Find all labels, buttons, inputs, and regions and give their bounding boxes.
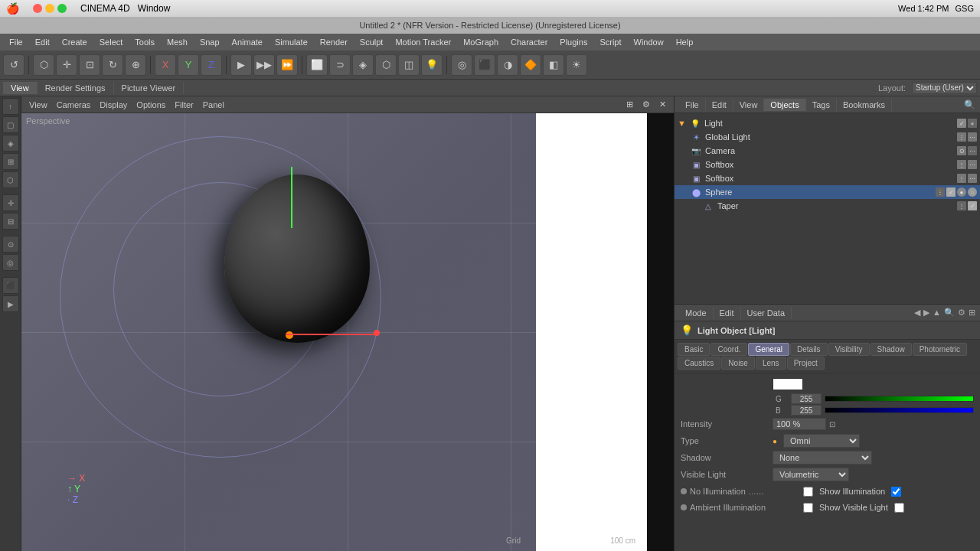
obj-tab-file[interactable]: File [679,99,706,111]
intensity-arrows[interactable]: ⊡ [829,420,835,429]
menu-render[interactable]: Render [314,36,354,48]
obj-row-global-light[interactable]: ☀ Global Light ⋮ ⋯ [675,130,980,144]
env-tool[interactable]: ☀ [566,54,587,76]
tool-brush[interactable]: ⬡ [2,171,19,188]
menu-plugins[interactable]: Plugins [554,36,593,48]
obj-tab-tags[interactable]: Tags [806,99,837,111]
obj-tab-view[interactable]: View [733,99,765,111]
g-input[interactable] [791,393,822,404]
nurbs-tool[interactable]: ⊃ [329,54,351,76]
ptab-project[interactable]: Project [787,357,825,370]
menu-mograph[interactable]: MoGraph [457,36,505,48]
props-up[interactable]: ▲ [933,308,941,318]
fg-tool[interactable]: 🔶 [520,54,541,76]
obj-tab-objects[interactable]: Objects [764,99,805,111]
cube-tool[interactable]: ⬜ [306,54,328,76]
ambient-cb[interactable] [803,503,813,513]
menu-sculpt[interactable]: Sculpt [354,36,390,48]
viewport-display-menu[interactable]: Display [96,100,130,109]
ptab-photometric[interactable]: Photometric [913,343,967,356]
render-to-po[interactable]: ⏩ [276,54,298,76]
select-tool[interactable]: ⬡ [33,54,54,76]
ptab-details[interactable]: Details [790,343,828,356]
tool-mat-lt[interactable]: ◎ [2,254,19,271]
close-button[interactable] [33,4,42,13]
b-input[interactable] [791,405,822,416]
ptab-shadow[interactable]: Shadow [871,343,912,356]
floor-tool[interactable]: ⬛ [474,54,495,76]
y-axis[interactable]: Y [178,54,199,76]
x-axis[interactable]: X [155,54,176,76]
tool-snap-lt[interactable]: ⊟ [2,213,19,230]
tool-axis[interactable]: ✛ [2,194,19,211]
ptab-lens[interactable]: Lens [756,357,786,370]
tool-knife[interactable]: ⊞ [2,153,19,170]
obj-row-light[interactable]: ▼ 💡 Light ✓ ● [675,116,980,130]
camera-tool-tb[interactable]: ◫ [398,54,420,76]
viewport-expand[interactable]: ⊞ [623,99,636,109]
menu-window[interactable]: Window [628,36,670,48]
menu-mesh[interactable]: Mesh [161,36,194,48]
ptab-coord[interactable]: Coord. [710,343,747,356]
obj-tab-edit[interactable]: Edit [706,99,733,111]
props-scroll[interactable]: G B [675,373,980,513]
sky-tool[interactable]: ◑ [497,54,518,76]
ptab-basic[interactable]: Basic [678,343,710,356]
objects-search[interactable]: 🔍 [964,99,975,110]
tool-move[interactable]: ↑ [2,98,19,115]
viewport-filter-menu[interactable]: Filter [172,100,196,109]
props-tab-mode[interactable]: Mode [679,307,714,319]
menu-tools[interactable]: Tools [129,36,161,48]
layout-select[interactable]: Startup (User) [912,82,977,94]
viewport-panel-menu[interactable]: Panel [200,100,227,109]
menu-edit[interactable]: Edit [29,36,56,48]
menu-help[interactable]: Help [670,36,700,48]
props-search[interactable]: 🔍 [944,308,955,318]
viewport-cameras-menu[interactable]: Cameras [54,100,94,109]
viewport-view-menu[interactable]: View [26,100,51,109]
obj-row-softbox2[interactable]: ▣ Softbox ⋮ ⋯ [675,171,980,185]
menu-motion[interactable]: Motion Tracker [389,36,457,48]
props-tab-edit[interactable]: Edit [714,307,741,319]
apple-menu[interactable]: 🍎 [6,2,19,15]
obj-row-sphere[interactable]: ⬤ Sphere ⋮ ✓ ● ○ [675,185,980,199]
menu-file[interactable]: File [3,36,29,48]
menu-animate[interactable]: Animate [226,36,269,48]
maximize-button[interactable] [57,4,67,13]
move-tool[interactable]: ✛ [56,54,77,76]
obj-tab-bookmarks[interactable]: Bookmarks [837,99,892,111]
z-axis[interactable]: Z [201,54,222,76]
render-region[interactable]: ▶ [230,54,252,76]
bg-tool[interactable]: ◧ [543,54,564,76]
props-settings[interactable]: ⚙ [958,308,965,318]
type-dropdown[interactable]: Omni Spot Infinite [783,434,860,448]
show-visible-light-cb[interactable] [894,503,904,513]
props-next[interactable]: ▶ [923,308,929,318]
tab-picture-viewer[interactable]: Picture Viewer [114,82,185,94]
tool-render-lt[interactable]: ▶ [2,295,19,312]
props-tab-userdata[interactable]: User Data [741,307,792,319]
menu-snap[interactable]: Snap [194,36,226,48]
tool-paint[interactable]: ⊙ [2,236,19,253]
menu-character[interactable]: Character [505,36,554,48]
menu-script[interactable]: Script [593,36,627,48]
viewport-close[interactable]: ✕ [656,99,669,109]
viewport-settings[interactable]: ⚙ [639,99,653,109]
menu-simulate[interactable]: Simulate [269,36,314,48]
ptab-caustics[interactable]: Caustics [678,357,720,370]
tool-poly[interactable]: ◈ [2,135,19,152]
render-button[interactable]: ▶▶ [253,54,275,76]
show-illumination-cb[interactable] [891,487,901,497]
obj-row-camera[interactable]: 📷 Camera ⊙ ⋯ [675,144,980,158]
window-menu[interactable]: Window [138,3,171,14]
deform-tool[interactable]: ◈ [352,54,374,76]
obj-row-softbox1[interactable]: ▣ Softbox ⋮ ⋯ [675,158,980,171]
rotate-tool[interactable]: ↻ [102,54,123,76]
ptab-general[interactable]: General [748,343,789,356]
mat-tool[interactable]: ◎ [451,54,472,76]
props-prev[interactable]: ◀ [914,308,920,318]
tab-view[interactable]: View [3,82,38,94]
obj-row-taper[interactable]: △ Taper ⋮ ✓ [675,199,980,213]
transform-tool[interactable]: ⊕ [125,54,146,76]
scene-tool[interactable]: ⬡ [375,54,397,76]
